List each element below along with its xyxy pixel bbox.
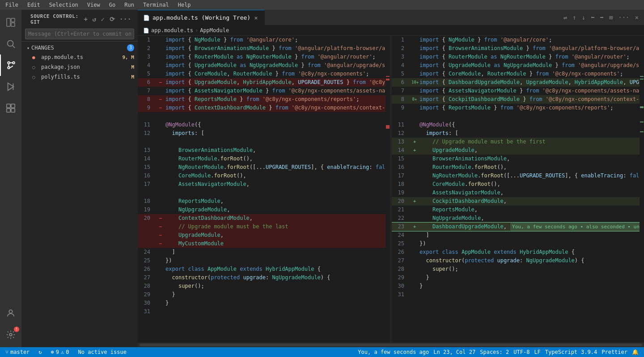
activity-account[interactable] — [0, 302, 21, 324]
next-file[interactable]: ➡ — [598, 13, 605, 22]
tab-icon: 📄 — [143, 15, 150, 21]
menu-view[interactable]: View — [85, 1, 102, 9]
activity-source-control[interactable] — [0, 55, 21, 76]
right-line-29: 29 } — [392, 273, 640, 282]
svg-point-5 — [8, 62, 10, 64]
branch-icon: ⑂ — [5, 349, 8, 355]
svg-point-3 — [8, 41, 13, 46]
left-line-3: 3 import { RouterModule as NgRouterModul… — [138, 53, 386, 61]
status-you: You, a few seconds ago — [356, 349, 431, 355]
activity-extensions[interactable] — [0, 97, 21, 119]
warning-icon: ⚠ — [61, 349, 64, 355]
menu-edit[interactable]: Edit — [25, 1, 42, 9]
no-issues-label: No active issue — [78, 349, 127, 355]
sidebar-stage-all[interactable]: + — [83, 15, 89, 24]
open-file[interactable]: ⊞ — [607, 13, 614, 22]
right-line-18: 18 CoreModule.forRoot(), — [392, 180, 640, 189]
menu-help[interactable]: Help — [176, 1, 193, 9]
diff-container: 1 import { NgModule } from '@angular/cor… — [138, 36, 644, 343]
right-line-21: 21 ReportsModule, — [392, 206, 640, 214]
commit-message-input[interactable] — [25, 29, 134, 39]
status-branch[interactable]: ⑂ master — [4, 347, 31, 357]
menu-terminal[interactable]: Terminal — [141, 1, 171, 9]
status-errors[interactable]: ⊗ 9 ⚠ 0 — [49, 347, 71, 357]
toggle-inline-view[interactable]: ⇌ — [562, 13, 569, 22]
svg-point-14 — [9, 310, 12, 313]
left-line-20: 20 − ContextDashboardModule, — [138, 214, 386, 223]
menu-run[interactable]: Run — [123, 1, 136, 9]
right-line-15: 15 BrowserAnimationsModule, — [392, 155, 640, 163]
tab-close-btn[interactable]: × — [253, 14, 258, 21]
right-line-5: 5 import { CoreModule, RouterModule } fr… — [392, 70, 640, 78]
left-line-del-custom: − MyCustomModule — [138, 239, 386, 248]
sidebar-discard-all[interactable]: ↺ — [92, 15, 97, 24]
left-minimap — [386, 36, 390, 343]
right-line-16: 16 RouterModule.forRoot(), — [392, 163, 640, 172]
status-prettier[interactable]: Prettier — [600, 349, 629, 355]
svg-point-7 — [8, 67, 10, 69]
activity-explorer[interactable] — [0, 12, 21, 33]
commit-input-area — [21, 27, 138, 42]
right-line-17: 17 NgRouterModule.forRoot([...UPGRADE_RO… — [392, 172, 640, 180]
status-no-issues[interactable]: No active issue — [76, 347, 128, 357]
file-icon: ◌ — [32, 64, 38, 70]
right-editor-pane[interactable]: 1 import { NgModule } from '@angular/cor… — [392, 36, 640, 343]
more-actions[interactable]: ··· — [616, 13, 631, 22]
file-item-polyfills[interactable]: ◌ polyfills.ts M — [21, 72, 138, 82]
changes-header[interactable]: ▾ CHANGES 3 — [21, 43, 138, 52]
file-item-package-json[interactable]: ◌ package.json M — [21, 62, 138, 72]
activity-search[interactable] — [0, 33, 21, 55]
left-line-del-comment: − // Upgrade module must be the last — [138, 223, 386, 231]
svg-point-6 — [13, 62, 15, 64]
right-line-28: 28 super(); — [392, 265, 640, 273]
status-bell[interactable]: 🔔 — [630, 349, 640, 355]
language-label: TypeScript — [545, 349, 577, 355]
version-label: 3.9.4 — [581, 349, 597, 355]
left-line-blank2 — [138, 138, 386, 146]
left-line-28: 28 super(); — [138, 282, 386, 290]
left-line-26: 26 export class AppModule extends Hybrid… — [138, 265, 386, 273]
sidebar-more[interactable]: ··· — [119, 15, 132, 24]
menu-file[interactable]: File — [4, 1, 20, 9]
branch-name: master — [10, 349, 30, 355]
horizontal-scrollbar[interactable] — [138, 343, 644, 347]
menu-selection[interactable]: Selection — [47, 1, 80, 9]
tab-actions: ⇌ ↑ ↓ ⬅ ➡ ⊞ ··· × — [558, 13, 644, 22]
right-line-25: 25 }) — [392, 239, 640, 248]
status-language[interactable]: TypeScript 3.9.4 — [543, 349, 599, 355]
right-line-1: 1 import { NgModule } from '@angular/cor… — [392, 36, 640, 44]
status-eol[interactable]: LF — [532, 349, 542, 355]
error-count: 9 — [56, 349, 59, 355]
activity-settings[interactable]: ! — [0, 324, 21, 345]
right-line-3: 3 import { RouterModule as NgRouterModul… — [392, 53, 640, 61]
status-encoding[interactable]: UTF-8 — [512, 349, 531, 355]
tab-app-module[interactable]: 📄 app.module.ts (Working Tree) × — [138, 10, 265, 25]
left-line-17: 17 AssetsNavigatorModule, — [138, 180, 386, 189]
left-line-blank3 — [138, 189, 386, 197]
status-spaces[interactable]: Spaces: 2 — [478, 349, 511, 355]
breadcrumb-symbol[interactable]: AppModule — [200, 27, 229, 34]
menu-go[interactable]: Go — [107, 1, 117, 9]
close-editor[interactable]: × — [633, 13, 640, 22]
previous-diff[interactable]: ↑ — [571, 13, 578, 22]
sync-icon: ↻ — [38, 349, 42, 355]
sidebar-title: SOURCE CONTROL: GIT + ↺ ✓ ⟳ ··· — [21, 10, 138, 27]
left-line-blank1 — [138, 112, 386, 121]
next-diff[interactable]: ↓ — [580, 13, 587, 22]
status-position[interactable]: Ln 23, Col 27 — [432, 349, 477, 355]
left-line-9: 9 − import { ContextDashboardModule } fr… — [138, 104, 386, 112]
status-sync[interactable]: ↻ — [37, 347, 43, 357]
previous-file[interactable]: ⬅ — [589, 13, 596, 22]
sidebar-commit[interactable]: ✓ — [100, 15, 106, 24]
sidebar: SOURCE CONTROL: GIT + ↺ ✓ ⟳ ··· ▾ CHANGE… — [21, 10, 138, 347]
left-editor-pane[interactable]: 1 import { NgModule } from '@angular/cor… — [138, 36, 386, 343]
menu-bar[interactable]: File Edit Selection View Go Run Terminal… — [4, 1, 193, 9]
breadcrumb-file[interactable]: app.module.ts — [151, 27, 193, 34]
tab-label: app.module.ts (Working Tree) — [153, 14, 250, 21]
sidebar-refresh[interactable]: ⟳ — [109, 15, 116, 24]
activity-run[interactable] — [0, 76, 21, 97]
svg-rect-13 — [11, 109, 15, 112]
left-line-1: 1 import { NgModule } from '@angular/cor… — [138, 36, 386, 44]
breadcrumb: 📄 app.module.ts › AppModule — [138, 25, 644, 36]
file-item-app-module[interactable]: ● app.module.ts 9, M — [21, 52, 138, 62]
